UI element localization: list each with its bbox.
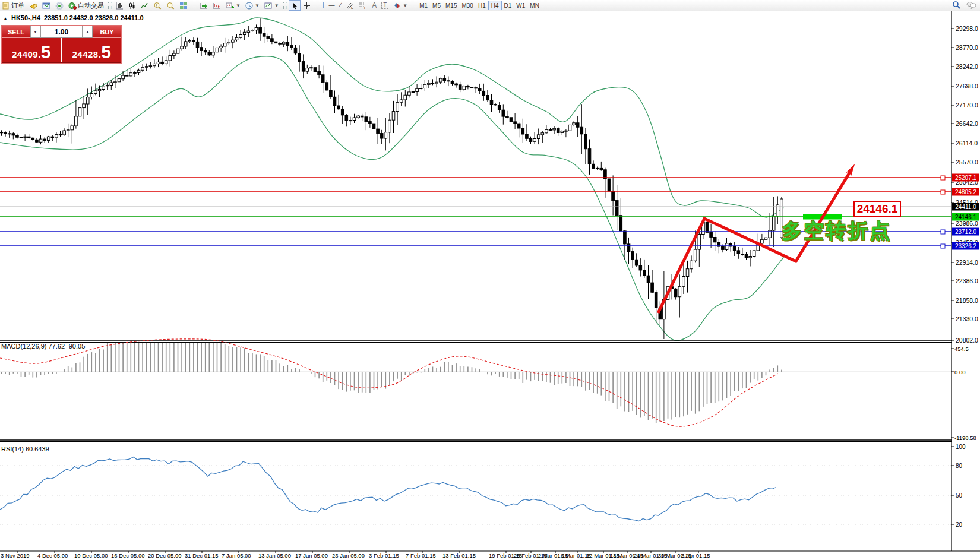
svg-text:21858.0: 21858.0 — [956, 297, 978, 304]
period-h1[interactable]: H1 — [476, 1, 488, 10]
svg-text:7 Jan 05:00: 7 Jan 05:00 — [222, 552, 251, 559]
volume-input[interactable]: 1.00 — [40, 26, 83, 38]
indicators-button[interactable]: ▼ — [223, 0, 243, 11]
hline-icon: — — [328, 2, 334, 8]
svg-text:20: 20 — [956, 521, 963, 528]
turning-point-annotation: 多空转折点 — [782, 217, 892, 245]
svg-text:4 Dec 05:00: 4 Dec 05:00 — [37, 552, 68, 559]
zoom-in-button[interactable] — [151, 0, 164, 11]
toolbar-separator — [283, 2, 287, 9]
crosshair-tool[interactable] — [301, 0, 313, 11]
trendline-tool[interactable]: / — [337, 0, 343, 11]
text-tool[interactable]: A — [369, 0, 379, 11]
templates-button[interactable]: ▼ — [262, 0, 282, 11]
svg-text:3 Nov 2019: 3 Nov 2019 — [1, 552, 30, 559]
crosshair-icon — [303, 2, 311, 10]
candlestick-icon — [128, 2, 136, 10]
trendline-icon: / — [339, 2, 342, 8]
svg-text:20 Dec 05:00: 20 Dec 05:00 — [148, 552, 182, 559]
channel-icon: E — [346, 2, 354, 10]
signal-icon — [55, 2, 64, 10]
svg-text:22914.0: 22914.0 — [956, 259, 978, 266]
bar-chart-icon — [116, 2, 124, 10]
svg-text:23 Jan 05:00: 23 Jan 05:00 — [332, 552, 365, 559]
line-chart-icon — [141, 2, 148, 10]
cursor-tool[interactable] — [289, 0, 301, 11]
svg-text:7 Feb 01:15: 7 Feb 01:15 — [406, 552, 436, 559]
periods-button[interactable]: ▼ — [243, 0, 262, 11]
chart-window-button[interactable] — [40, 0, 53, 11]
period-m5[interactable]: M5 — [430, 1, 443, 10]
periods-icon — [245, 2, 253, 10]
period-m30[interactable]: M30 — [459, 1, 475, 10]
fibonacci-tool[interactable]: F — [356, 0, 369, 11]
chart-shift-button[interactable] — [210, 0, 223, 11]
svg-text:13 Feb 01:15: 13 Feb 01:15 — [442, 552, 476, 559]
svg-text:27170.0: 27170.0 — [956, 102, 978, 109]
macd-indicator-label: MACD(12,26,9) 77.62 -90.05 — [1, 343, 85, 350]
svg-text:13 Jan 05:00: 13 Jan 05:00 — [258, 552, 291, 559]
period-mn[interactable]: MN — [527, 1, 542, 10]
sell-button[interactable]: SELL — [2, 26, 30, 38]
volume-increase-button[interactable]: ▲ — [83, 26, 93, 38]
chevron-down-icon[interactable]: ▼ — [236, 3, 241, 8]
chart-shift-icon — [213, 2, 221, 10]
volume-decrease-button[interactable]: ▼ — [30, 26, 40, 38]
bar-chart-button[interactable] — [113, 0, 126, 11]
arrows-tool[interactable]: ▼ — [391, 0, 410, 11]
vline-tool[interactable]: | — [320, 0, 327, 11]
toolbar-separator — [315, 2, 318, 9]
tile-windows-button[interactable] — [177, 0, 190, 11]
hline-tool[interactable]: — — [326, 0, 337, 11]
new-order-button[interactable]: 订单 — [0, 0, 27, 11]
zoom-out-button[interactable] — [164, 0, 177, 11]
templates-icon — [264, 2, 273, 10]
chart-ohlc-values: 23851.0 24432.0 23826.0 24411.0 — [44, 14, 144, 21]
svg-text:22386.0: 22386.0 — [956, 277, 978, 284]
svg-text:23326.2: 23326.2 — [955, 243, 977, 249]
buy-price-main: 24428. — [72, 49, 101, 59]
rsi-indicator-label: RSI(14) 60.6439 — [1, 445, 49, 453]
period-m15[interactable]: M15 — [443, 1, 459, 10]
svg-text:23712.0: 23712.0 — [955, 229, 977, 235]
label-icon: T — [381, 2, 388, 9]
search-icon[interactable] — [952, 1, 960, 9]
signals-button[interactable] — [53, 0, 66, 11]
sell-price-main: 24409. — [12, 49, 41, 59]
candlestick-button[interactable] — [126, 0, 138, 11]
svg-text:80: 80 — [956, 463, 963, 469]
svg-text:25570.0: 25570.0 — [956, 159, 978, 166]
autoscroll-button[interactable] — [197, 0, 210, 11]
svg-text:25207.1: 25207.1 — [955, 175, 977, 181]
arrows-icon — [393, 2, 401, 10]
period-h4[interactable]: H4 — [488, 1, 502, 10]
svg-text:28770.0: 28770.0 — [956, 44, 978, 51]
chevron-down-icon[interactable]: ▼ — [255, 3, 260, 8]
buy-price[interactable]: 24428. 5 — [62, 38, 122, 62]
svg-text:21330.0: 21330.0 — [956, 315, 978, 322]
autotrading-button[interactable]: 自动交易 — [66, 0, 106, 11]
label-tool[interactable]: T — [379, 0, 391, 11]
price-callout-box: 24146.1 — [853, 201, 901, 217]
fibonacci-icon: F — [359, 2, 367, 10]
chevron-down-icon[interactable]: ▼ — [274, 3, 279, 8]
chevron-down-icon[interactable]: ▼ — [403, 3, 407, 8]
svg-text:28242.0: 28242.0 — [956, 63, 978, 70]
svg-text:27698.0: 27698.0 — [956, 83, 978, 90]
main-toolbar: 订单 自动交易 ▼ ▼ ▼ — [0, 0, 980, 11]
horn-button[interactable] — [27, 0, 40, 11]
period-d1[interactable]: D1 — [502, 1, 514, 10]
buy-button[interactable]: BUY — [93, 26, 121, 38]
sell-price[interactable]: 24409. 5 — [2, 38, 62, 62]
svg-text:29298.0: 29298.0 — [956, 25, 978, 32]
vline-icon: | — [323, 2, 324, 8]
line-chart-button[interactable] — [138, 0, 151, 11]
svg-text:100: 100 — [956, 444, 966, 450]
cursor-icon — [291, 2, 298, 10]
community-icon[interactable] — [966, 1, 976, 9]
period-m1[interactable]: M1 — [417, 1, 430, 10]
period-w1[interactable]: W1 — [514, 1, 527, 10]
channel-tool[interactable]: E — [343, 0, 356, 11]
chart-canvas[interactable]: 29298.028770.028242.027698.027170.026642… — [0, 0, 980, 560]
svg-text:3 Apr 01:15: 3 Apr 01:15 — [681, 552, 710, 559]
